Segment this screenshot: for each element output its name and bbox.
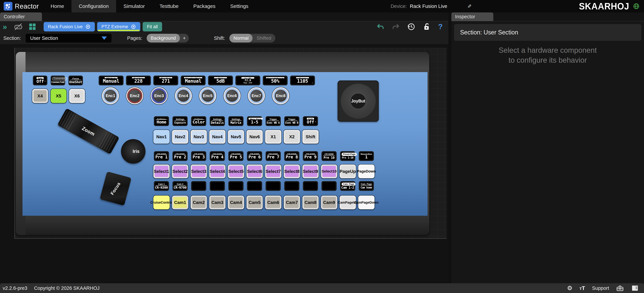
hw-button-nav4[interactable]: Nav4: [209, 130, 226, 144]
hw-button-nav3[interactable]: Nav3: [190, 130, 207, 144]
toolbar-button-fit-all[interactable]: Fit all: [143, 22, 162, 32]
hw-display-red-gain-228[interactable]: Red Gain228: [126, 76, 150, 85]
hw-button-select2[interactable]: Select2: [172, 164, 188, 178]
hw-display-focus-n-speed-50[interactable]: Focus N.Speed50%: [263, 76, 287, 85]
hw-button-cam6[interactable]: Cam6: [265, 196, 282, 209]
hw-button-shift[interactable]: Shift: [302, 130, 319, 144]
hw-iris-knob[interactable]: Iris: [121, 139, 146, 164]
hw-display-shift-off[interactable]: ShiftOff*: [303, 117, 318, 126]
hw-display-preset-page-prs-1-10[interactable]: Preset PagePrs 1-10: [341, 152, 355, 160]
hw-display-gain-5db[interactable]: Gain5dB: [208, 76, 232, 85]
hw-zoom-rocker[interactable]: Zoom: [58, 108, 120, 154]
hw-display-settings-matrix[interactable]: SettingsMatrix: [229, 117, 243, 126]
hw-display-cr-n300-pre-5[interactable]: CR-N300Pre 5: [229, 152, 243, 160]
reactor-logo-icon[interactable]: [4, 2, 12, 11]
nav-simulator[interactable]: Simulator: [116, 0, 152, 13]
text-size-icon[interactable]: TT: [580, 285, 585, 291]
hw-encoder-enc6[interactable]: Enc6: [224, 88, 240, 103]
hw-button-nav6[interactable]: Nav6: [246, 130, 263, 144]
hw-display-cam-2-cr-n700[interactable]: Cam 2CR-N700: [173, 182, 187, 190]
hw-display-preset-page-1[interactable]: Preset Page1: [359, 152, 373, 160]
nav-testtube[interactable]: Testtube: [152, 0, 186, 13]
hw-display-shooting-mode-manual[interactable]: Shooting ModeManual: [181, 76, 205, 85]
page-background[interactable]: Background: [147, 34, 180, 43]
hw-display-blank[interactable]: [303, 182, 318, 190]
hw-display-connection-connected[interactable]: ConnectionConnected: [51, 76, 64, 85]
settings-gear-icon[interactable]: ⚙: [567, 284, 572, 292]
hw-display-blank[interactable]: [210, 182, 224, 190]
hw-button-select8[interactable]: Select8: [284, 164, 300, 178]
support-link[interactable]: Support: [592, 285, 609, 291]
hw-button-cruisecontrol[interactable]: CruiseControl: [153, 196, 170, 209]
shift-shifted[interactable]: Shifted: [252, 34, 275, 43]
hw-button-select1[interactable]: Select1: [153, 164, 170, 178]
hw-display-cr-n300-pre-3[interactable]: CR-N300Pre 3: [192, 152, 206, 160]
hw-display-blank[interactable]: [229, 182, 243, 190]
hw-button-select5[interactable]: Select5: [228, 164, 244, 178]
shift-normal[interactable]: Normal: [230, 34, 252, 43]
hw-button-x5[interactable]: X5: [51, 89, 66, 103]
nav-home[interactable]: Home: [43, 0, 72, 13]
hw-display-cr-n300-pre-2[interactable]: CR-N300Pre 2: [173, 152, 187, 160]
hw-encoder-enc7[interactable]: Enc7: [249, 88, 264, 103]
hw-display-cam-page-cam-home[interactable]: Cam. PageCam home: [359, 182, 373, 190]
redo-icon[interactable]: [392, 23, 400, 31]
nav-configuration[interactable]: Configuration: [72, 0, 116, 13]
hw-button-select7[interactable]: Select7: [265, 164, 282, 178]
hw-button-campageup[interactable]: CamPageUp: [340, 196, 356, 209]
hw-button-select3[interactable]: Select3: [190, 164, 207, 178]
collapse-sidebar-icon[interactable]: »: [3, 23, 7, 31]
hw-display-settings-exposure[interactable]: SettingsExposure: [173, 117, 187, 126]
history-icon[interactable]: [407, 23, 415, 31]
hw-display-cr-n300-pre-8[interactable]: CR-N300Pre 8: [285, 152, 299, 160]
hw-display-blank[interactable]: [248, 182, 262, 190]
undo-icon[interactable]: [377, 23, 384, 31]
hw-encoder-enc3[interactable]: Enc3: [152, 88, 166, 103]
hw-display-settings-home[interactable]: SettingsHome: [154, 117, 168, 126]
hw-encoder-enc5[interactable]: Enc5: [200, 88, 215, 103]
hw-button-cam9[interactable]: Cam9: [321, 196, 337, 209]
hw-display-cr-n300-pre-9[interactable]: CR-N300Pre 9: [303, 152, 318, 160]
hw-display-blank[interactable]: [285, 182, 299, 190]
nav-settings[interactable]: Settings: [223, 0, 256, 13]
toolbar-button-rack-fusion-live[interactable]: Rack Fusion Live: [44, 22, 95, 32]
hw-display-settings-color[interactable]: SettingsColor: [192, 117, 206, 126]
hw-button-campagedown[interactable]: CamPageDown: [358, 196, 374, 209]
toolbar-button-ptz-extreme[interactable]: PTZ Extreme: [97, 22, 140, 32]
hw-display-menu-page-1-5[interactable]: Menu Page1-5: [248, 117, 262, 126]
hw-button-cam1[interactable]: Cam1: [172, 196, 188, 209]
hw-joystick[interactable]: JoyBut: [338, 81, 379, 122]
hw-display-settings-details[interactable]: SettingsDetails: [210, 117, 224, 126]
hw-encoder-enc1[interactable]: Enc1: [103, 88, 118, 103]
hw-button-cam8[interactable]: Cam8: [302, 196, 319, 209]
hw-focus-rocker[interactable]: Focus: [100, 171, 132, 205]
nav-packages[interactable]: Packages: [186, 0, 223, 13]
controller-canvas[interactable]: TallyOff*ConnectionConnectedFocusOneShot…: [0, 44, 448, 283]
grid-view-icon[interactable]: [29, 23, 36, 30]
hw-display-blank[interactable]: [266, 182, 280, 190]
hw-display-cam-page-cam-1-2[interactable]: Cam. PageCam 1-2: [341, 182, 355, 190]
hw-button-nav5[interactable]: Nav5: [228, 130, 244, 144]
hw-display-cr-n300-pre-6[interactable]: CR-N300Pre 6: [248, 152, 262, 160]
hw-display-blank[interactable]: [322, 182, 336, 190]
hw-encoder-enc2[interactable]: Enc2: [127, 88, 142, 103]
hw-button-cam5[interactable]: Cam5: [246, 196, 263, 209]
hw-button-select10[interactable]: Select10: [321, 164, 337, 178]
hw-display-trigger-exec-wb-a[interactable]: TriggerExec WB A: [266, 117, 280, 126]
hw-button-x4[interactable]: X4: [32, 89, 48, 103]
hw-button-pagedown[interactable]: PageDown: [358, 164, 374, 178]
hw-display-trigger-exec-wb-b[interactable]: TriggerExec WB B: [285, 117, 299, 126]
edit-device-icon[interactable]: ✎: [467, 3, 472, 9]
hw-display-cam-1-cr-n300[interactable]: Cam 1CR-N300: [154, 182, 168, 190]
ptz-extreme-device[interactable]: TallyOff*ConnectionConnectedFocusOneShot…: [16, 52, 429, 235]
hw-button-x6[interactable]: X6: [69, 89, 85, 103]
hw-display-focus-oneshot[interactable]: FocusOneShot: [69, 76, 82, 85]
hw-display-wb-mode-manual[interactable]: WB ModeManual: [99, 76, 123, 85]
toolbox-icon[interactable]: [616, 284, 624, 292]
hw-display-cr-n300-pre-1[interactable]: CR-N300Pre 1: [154, 152, 168, 160]
hw-button-cam7[interactable]: Cam7: [284, 196, 300, 209]
hw-button-cam4[interactable]: Cam4: [228, 196, 244, 209]
hw-button-x1[interactable]: X1: [265, 130, 282, 144]
hw-button-select9[interactable]: Select9: [302, 164, 319, 178]
docs-book-icon[interactable]: [631, 284, 639, 292]
